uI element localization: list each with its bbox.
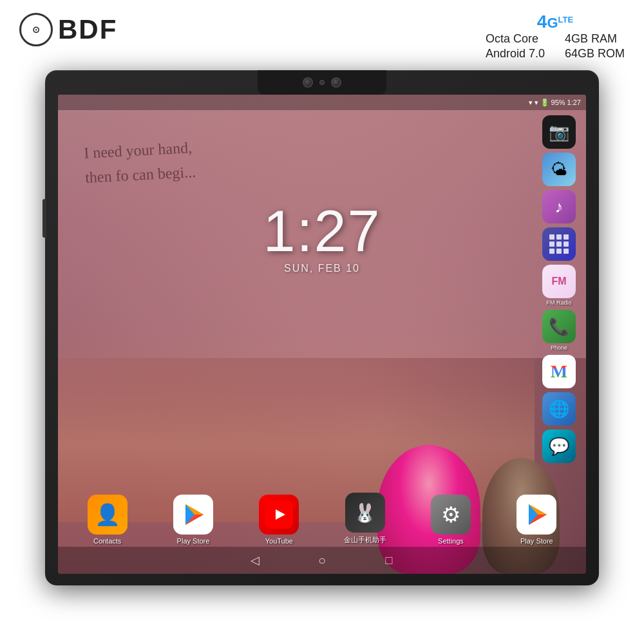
youtube-icon[interactable] — [259, 495, 299, 535]
weather-app-icon[interactable]: 🌤 — [542, 153, 576, 186]
settings-icon[interactable]: ⚙ — [431, 495, 471, 535]
contacts-icon[interactable]: 👤 — [88, 495, 128, 535]
clock-display: 1:27 SUN, FEB 10 — [263, 202, 381, 274]
camera-flash — [319, 80, 325, 85]
sidebar-app-allapps[interactable] — [537, 227, 581, 261]
spec-processor: Octa Core — [486, 32, 545, 46]
dock-app-playstore2[interactable]: Play Store — [511, 495, 562, 545]
clock-time: 1:27 — [263, 202, 381, 260]
dock-app-playstore[interactable]: Play Store — [167, 495, 219, 545]
sidebar-app-browser[interactable]: 🌐 — [537, 392, 581, 426]
contacts-label: Contacts — [93, 537, 121, 545]
sidebar-app-fm[interactable]: FM FM Radio — [537, 265, 581, 306]
status-bar: ▾ ▾ 🔋 95% 1:27 — [58, 95, 586, 110]
battery-percent: 95% — [551, 99, 565, 106]
browser-icon[interactable]: 🌐 — [542, 392, 576, 426]
phone-icon[interactable]: 📞 — [542, 310, 576, 343]
signal-icon: ▾ — [535, 99, 538, 107]
right-sidebar: 📷 🌤 ♪ — [535, 113, 583, 466]
spec-os: Android 7.0 — [486, 47, 545, 61]
spec-ram: 4GB RAM — [565, 32, 625, 46]
clock-status: 1:27 — [567, 99, 581, 106]
clock-date: SUN, FEB 10 — [263, 263, 381, 274]
page-container: ⊙ BDF 4GLTE Octa Core 4GB RAM Android 7.… — [0, 0, 644, 644]
sidebar-app-gmail[interactable]: M — [537, 355, 581, 388]
playstore-icon[interactable] — [173, 495, 213, 535]
dock-app-contacts[interactable]: 👤 Contacts — [82, 495, 133, 545]
gmail-icon[interactable]: M — [542, 355, 576, 388]
back-icon: ◁ — [251, 553, 260, 567]
camera-app-icon[interactable]: 📷 — [542, 115, 576, 149]
tablet-screen[interactable]: I need your hand, then fo can begi... ▾ … — [58, 95, 586, 574]
dock-app-settings[interactable]: ⚙ Settings — [425, 495, 477, 545]
playstore2-icon[interactable] — [516, 495, 556, 535]
wifi-icon: ▾ — [529, 99, 533, 107]
logo-circle: ⊙ — [19, 13, 53, 46]
youtube-label: YouTube — [265, 537, 293, 545]
specs-area: 4GLTE Octa Core 4GB RAM Android 7.0 64GB… — [486, 13, 625, 61]
tablet-top-camera — [258, 70, 386, 95]
sidebar-app-chat[interactable]: 💬 — [537, 430, 581, 463]
fm-icon[interactable]: FM — [542, 265, 576, 298]
chat-icon[interactable]: 💬 — [542, 430, 576, 463]
brand-logo: ⊙ BDF — [19, 13, 117, 46]
nav-bar: ◁ ○ □ — [58, 547, 586, 574]
tablet-outer-body: I need your hand, then fo can begi... ▾ … — [45, 70, 599, 585]
camera-lens-2 — [331, 77, 341, 88]
sidebar-app-phone[interactable]: 📞 Phone — [537, 310, 581, 351]
jinshan-label: 金山手机助手 — [344, 535, 386, 545]
phone-label: Phone — [551, 345, 567, 351]
specs-grid: Octa Core 4GB RAM Android 7.0 64GB ROM — [486, 32, 625, 61]
sidebar-app-weather[interactable]: 🌤 — [537, 153, 581, 186]
logo-text: BDF — [58, 14, 117, 45]
playstore-label: Play Store — [177, 537, 210, 545]
camera-lens-1 — [303, 77, 313, 88]
playstore2-label: Play Store — [520, 537, 553, 545]
recent-button[interactable]: □ — [381, 553, 397, 568]
allapps-icon[interactable] — [542, 227, 576, 261]
sidebar-app-camera[interactable]: 📷 — [537, 115, 581, 149]
dock-app-jinshan[interactable]: 🐰 金山手机助手 — [339, 493, 391, 545]
status-icons: ▾ ▾ 🔋 95% 1:27 — [529, 99, 581, 107]
battery-icon: 🔋 — [540, 99, 549, 107]
home-button[interactable]: ○ — [314, 553, 330, 568]
bottom-dock: 👤 Contacts — [58, 493, 586, 545]
lte-badge: 4GLTE — [537, 13, 573, 31]
spec-storage: 64GB ROM — [565, 47, 625, 61]
music-app-icon[interactable]: ♪ — [542, 190, 576, 223]
jinshan-icon[interactable]: 🐰 — [345, 493, 385, 533]
settings-label: Settings — [438, 537, 464, 545]
dock-app-youtube[interactable]: YouTube — [253, 495, 305, 545]
power-button[interactable] — [43, 199, 46, 238]
tablet-device: I need your hand, then fo can begi... ▾ … — [45, 70, 599, 585]
header: ⊙ BDF 4GLTE Octa Core 4GB RAM Android 7.… — [19, 13, 625, 61]
sidebar-app-music[interactable]: ♪ — [537, 190, 581, 223]
recent-icon: □ — [386, 554, 393, 567]
home-icon: ○ — [318, 553, 326, 568]
fm-label: FM Radio — [546, 299, 571, 306]
back-button[interactable]: ◁ — [247, 553, 263, 568]
